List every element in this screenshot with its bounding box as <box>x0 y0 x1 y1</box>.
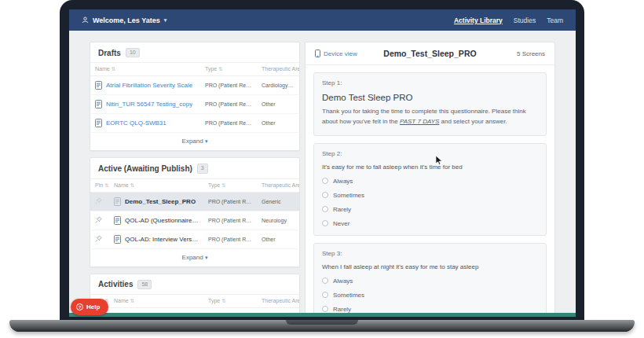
chevron-down-icon: ▾ <box>164 17 167 24</box>
question-circle-icon: ? <box>76 303 83 310</box>
active-panel-header: Active (Awaiting Publish) 3 <box>90 158 299 178</box>
column-header-name[interactable]: Name⇅ <box>109 295 203 308</box>
radio-button[interactable] <box>322 192 328 198</box>
nav-links: Activity Library Studies Team <box>454 17 563 24</box>
sort-icon: ⇅ <box>130 298 134 303</box>
document-icon <box>114 235 121 244</box>
table-row[interactable]: Atrial Fibrillation Severity Scale PRO (… <box>90 76 299 95</box>
sort-icon: ⇅ <box>104 182 108 188</box>
table-row[interactable]: Nitin_TUR 56547 Testing_copy PRO (Patien… <box>90 95 299 114</box>
step-label: Step 3: <box>322 250 538 257</box>
preview-column: Device view Demo_Test_Sleep_PRO 5 Screen… <box>305 42 555 317</box>
document-icon <box>114 216 121 225</box>
help-button[interactable]: ? Help <box>71 299 108 315</box>
pin-icon[interactable] <box>95 235 102 242</box>
document-icon <box>95 119 102 127</box>
activity-area: Other <box>257 230 299 248</box>
activities-title: Activities <box>98 280 133 288</box>
sort-icon: ⇅ <box>221 182 225 188</box>
radio-button[interactable] <box>322 292 328 298</box>
active-expand-button[interactable]: Expand ▾ <box>90 249 299 266</box>
welcome-text: Welcome, Les Yates <box>93 17 160 24</box>
column-header-pin[interactable]: Pin⇅ <box>90 178 109 192</box>
person-icon <box>82 17 89 24</box>
chevron-down-icon: ▾ <box>205 138 208 144</box>
drafts-table: Name⇅ Type⇅ Therapeutic Area⇅ Atrial Fib… <box>90 62 299 133</box>
radio-button[interactable] <box>322 306 328 312</box>
activity-area: Other <box>257 114 299 133</box>
nav-item-activity-library[interactable]: Activity Library <box>454 17 503 24</box>
page-title: Demo_Test_Sleep_PRO <box>378 49 482 58</box>
user-menu[interactable]: Welcome, Les Yates ▾ <box>82 17 166 24</box>
questionnaire-intro: Thank you for taking the time to complet… <box>322 107 538 127</box>
answer-option: Always <box>322 277 538 285</box>
answer-option: Sometimes <box>322 292 538 299</box>
step-card-3: Step 3: When I fall asleep at night it's… <box>313 243 547 317</box>
radio-button[interactable] <box>322 220 328 226</box>
nav-item-studies[interactable]: Studies <box>514 17 536 24</box>
drafts-expand-button[interactable]: Expand ▾ <box>90 133 299 150</box>
question-text: It's easy for me to fall asleep when it'… <box>322 163 538 171</box>
column-header-type[interactable]: Type⇅ <box>203 178 257 192</box>
activity-area: Cardiology/Vascular Diseases <box>257 76 299 95</box>
activity-area: Neurology <box>257 211 299 230</box>
answer-option: Always <box>322 178 538 185</box>
activity-name-link[interactable]: EORTC QLQ-SWB31 <box>95 119 196 127</box>
activity-name-link[interactable]: Nitin_TUR 56547 Testing_copy <box>95 100 196 108</box>
document-icon <box>95 81 102 90</box>
activity-name-link[interactable]: Atrial Fibrillation Severity Scale <box>95 81 196 90</box>
active-table: Pin⇅ Name⇅ Type⇅ Therapeutic Area⇅ Demo_… <box>90 178 299 249</box>
column-header-name[interactable]: Name⇅ <box>90 63 200 76</box>
step-card-1: Step 1: Demo Test Sleep PRO Thank you fo… <box>313 72 547 136</box>
activity-type: PRO (Patient Reported Out... <box>200 95 257 114</box>
sort-icon: ⇅ <box>112 66 115 72</box>
table-row[interactable]: QOL-AD (Questionnaire Versi... PRO (Pati… <box>90 211 299 230</box>
document-icon <box>95 100 102 108</box>
activities-panel-header: Activities 58 <box>90 274 299 294</box>
screen-footer-bar <box>69 313 576 317</box>
device-view-button[interactable]: Device view <box>315 50 378 57</box>
drafts-panel: Drafts 10 Name⇅ Type⇅ Therapeutic Area⇅ … <box>90 42 300 151</box>
activity-type: PRO (Patient Reported Out... <box>203 230 257 248</box>
activities-count-badge: 58 <box>137 280 152 289</box>
radio-button[interactable] <box>322 178 328 184</box>
column-header-type[interactable]: Type⇅ <box>203 295 257 308</box>
activities-panel: Activities 58 Pin⇅ Name⇅ Type⇅ Therapeut… <box>90 274 300 317</box>
answer-option: Never <box>322 220 538 227</box>
pin-icon[interactable] <box>95 197 102 204</box>
main-content: Drafts 10 Name⇅ Type⇅ Therapeutic Area⇅ … <box>69 31 576 317</box>
emphasized-text: PAST 7 DAYS <box>400 118 439 125</box>
activity-name[interactable]: Demo_Test_Sleep_PRO <box>114 197 199 206</box>
column-header-area[interactable]: Therapeutic Area⇅ <box>257 295 299 308</box>
nav-item-team[interactable]: Team <box>547 17 563 24</box>
activity-area: Generic <box>257 192 299 211</box>
answer-option: Sometimes <box>322 192 538 199</box>
activity-name[interactable]: QOL-AD: Interview Version for... <box>114 235 199 244</box>
answer-option: Rarely <box>322 206 538 213</box>
preview-panel: Device view Demo_Test_Sleep_PRO 5 Screen… <box>305 42 555 317</box>
column-header-area[interactable]: Therapeutic Area⇅ <box>257 178 299 192</box>
document-icon <box>114 197 121 206</box>
activity-type: PRO (Patient Reported Out... <box>203 192 257 211</box>
table-row[interactable]: EORTC QLQ-SWB31 PRO (Patient Reported Ou… <box>90 114 299 133</box>
radio-button[interactable] <box>322 206 328 212</box>
laptop-mockup: Welcome, Les Yates ▾ Activity Library St… <box>0 0 644 338</box>
activity-type: PRO (Patient Reported Out... <box>203 211 257 230</box>
table-row[interactable]: QOL-AD: Interview Version for... PRO (Pa… <box>90 230 299 248</box>
preview-header: Device view Demo_Test_Sleep_PRO 5 Screen… <box>306 42 554 65</box>
answer-option: Rarely <box>322 306 538 313</box>
drafts-count-badge: 10 <box>126 48 140 57</box>
sort-icon: ⇅ <box>218 66 222 72</box>
phone-icon <box>315 50 320 57</box>
laptop-base-notch <box>286 320 358 325</box>
library-column: Drafts 10 Name⇅ Type⇅ Therapeutic Area⇅ … <box>90 42 300 317</box>
radio-button[interactable] <box>322 277 328 284</box>
column-header-name[interactable]: Name⇅ <box>109 178 203 192</box>
pin-icon[interactable] <box>95 216 102 223</box>
column-header-type[interactable]: Type⇅ <box>200 63 257 76</box>
table-row-selected[interactable]: Demo_Test_Sleep_PRO PRO (Patient Reporte… <box>90 192 299 211</box>
activity-type: PRO (Patient Reported Out... <box>200 76 257 95</box>
activity-name[interactable]: QOL-AD (Questionnaire Versi... <box>114 216 199 225</box>
activity-area: Other <box>257 95 299 114</box>
column-header-area[interactable]: Therapeutic Area⇅ <box>257 63 299 76</box>
